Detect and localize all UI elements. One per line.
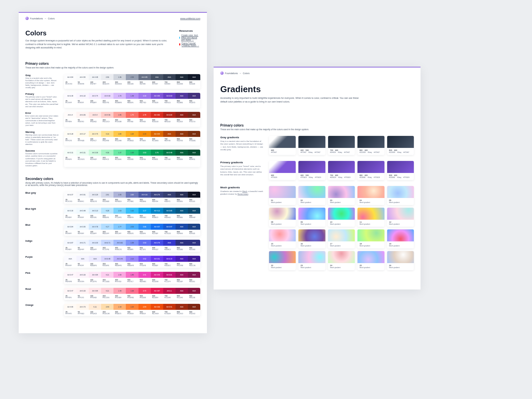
color-swatch[interactable]: AAA 900#42307D (188, 93, 200, 108)
color-swatch[interactable]: AA 5.4 100#FEE4E2 (89, 112, 101, 127)
color-swatch[interactable]: AAA 900#851651 (188, 272, 200, 284)
color-swatch[interactable]: AA 6.07 25#FCFCFD (64, 192, 76, 204)
color-swatch[interactable]: 1.84 300#FEC84B (113, 131, 126, 146)
color-swatch[interactable]: 1.95 300#FDA29B (113, 112, 126, 127)
color-swatch[interactable]: 1.68 400#32D583 (126, 150, 138, 167)
gradient-card[interactable]: 600500 #7F56D990deg#7F56D9 (298, 161, 325, 180)
color-swatch[interactable]: AA 6.48 200#D9D6FE (101, 256, 113, 268)
color-swatch[interactable]: 2.58 400#98A1B3 (126, 74, 138, 89)
color-swatch[interactable]: AAA 50#F4F3FF (76, 256, 89, 268)
color-swatch[interactable]: AA 6.71 50#EEF4FF (76, 240, 89, 252)
color-swatch[interactable]: AAA 100#EBE9FE (89, 256, 101, 268)
color-swatch[interactable]: AAA 800#A11043 (176, 288, 188, 300)
color-swatch[interactable]: AA 6.00 100#E0EAFF (89, 240, 101, 252)
color-swatch[interactable]: AAA 800#53389E (176, 93, 188, 108)
color-swatch[interactable]: AA 5.28 25#FFFCF5 (64, 131, 76, 146)
color-swatch[interactable]: AA 4.48 100#F2F4F7 (89, 74, 101, 89)
color-swatch[interactable]: AAA 900#2D3282 (188, 240, 200, 252)
color-swatch[interactable]: AA 6.87 25#F5F8FF (64, 240, 76, 252)
color-swatch[interactable]: AAA 800#065986 (176, 208, 188, 220)
color-swatch[interactable]: 1.49 300#FEA3B4 (113, 288, 126, 300)
color-swatch[interactable]: 2.96 200#EAECF0 (101, 74, 113, 89)
color-swatch[interactable]: AA 4.57 600#1570EF (151, 224, 163, 236)
breadcrumb-root[interactable]: Foundations (30, 17, 43, 20)
color-swatch[interactable]: AA 5.47 25#FFF5F6 (64, 288, 76, 300)
color-swatch[interactable]: AA 5.31 25#F6FEF9 (64, 150, 76, 167)
color-swatch[interactable]: AAA 800#2D3282 (176, 240, 188, 252)
color-swatch[interactable]: AAA 900#0B4A6F (188, 208, 200, 220)
color-swatch[interactable]: AA 5.85 700#026AA2 (163, 208, 176, 220)
color-swatch[interactable]: AA 6.71 200#C7D7FE (101, 240, 113, 252)
color-swatch[interactable]: AA 5.61 700#C11574 (163, 272, 176, 284)
color-swatch[interactable]: 1.36 300#D0D5DD (113, 74, 126, 89)
mesh-gradient-card[interactable]: 09Mesh gradient (298, 208, 325, 227)
color-swatch[interactable]: 1.89 400#F670C7 (126, 272, 138, 284)
color-swatch[interactable]: AA 5.49 300#BDB4FE (113, 256, 126, 268)
color-swatch[interactable]: AA 4.84 100#FCE7F6 (89, 272, 101, 284)
color-swatch[interactable]: AAA 800#9C2A10 (176, 304, 188, 316)
color-swatch[interactable]: AA 4.95 600#7F56D9 (151, 93, 163, 108)
mesh-gradient-card[interactable]: 04Mesh gradient (357, 186, 384, 205)
color-swatch[interactable]: 1.53 300#7CD4FD (113, 208, 126, 220)
color-swatch[interactable]: AAA 800#293056 (176, 192, 188, 204)
color-swatch[interactable]: AA 4.50 50#F9FAFB (76, 74, 89, 89)
color-swatch[interactable]: AA 6.10 50#F9F5FF (76, 93, 89, 108)
color-swatch[interactable]: AA 4.84 25#FCFCFD (64, 74, 76, 89)
color-swatch[interactable]: AA 5.29 100#EAECF5 (89, 192, 101, 204)
resource-youtube-link[interactable]: Figma Tutorial: Creating Styles → (179, 42, 200, 47)
gradient-card[interactable]: 600 #7F56D9 (269, 161, 296, 180)
mesh-gradient-card[interactable]: 05Mesh gradient (387, 186, 414, 205)
color-swatch[interactable]: AAA 900#101323 (188, 192, 200, 204)
color-swatch[interactable]: AA 5.33 50#FFF1F3 (76, 288, 89, 300)
color-swatch[interactable]: AA 5.55 50#EFF8FF (76, 224, 89, 236)
color-swatch[interactable]: AA 4.95 500#667085 (139, 74, 151, 89)
color-swatch[interactable]: 1.64 400#FD853A (126, 304, 138, 316)
site-link[interactable]: www.untitledui.com (180, 17, 200, 20)
color-swatch[interactable]: AA 4.54 600#DC6803 (151, 131, 163, 146)
mesh-gradient-card[interactable]: 10Mesh gradient (328, 208, 355, 227)
gradient-card[interactable]: 700600 #34405445deg#475467 (328, 136, 355, 155)
color-swatch[interactable]: 1.43 300#FEB273 (113, 304, 126, 316)
gradient-card[interactable]: 800600 #53389E45deg#7F56D9 (357, 161, 384, 180)
color-swatch[interactable]: 2.81 200#D5D9EB (101, 192, 113, 204)
mesh-gradient-card[interactable]: 18Mesh gradient (357, 229, 384, 248)
breadcrumb-root[interactable]: Foundations (225, 72, 238, 74)
color-swatch[interactable]: AA 4.16 500#4E5BA6 (139, 192, 151, 204)
color-swatch[interactable]: AA 5.48 700#027A48 (163, 150, 176, 167)
color-swatch[interactable]: 3.53 500#6172F3 (139, 240, 151, 252)
color-swatch[interactable]: AA 4.75 100#FEF0C7 (89, 131, 101, 146)
color-swatch[interactable]: 2.60 400#717BBC (126, 192, 138, 204)
color-swatch[interactable]: 4.17 200#B2DDFF (101, 224, 113, 236)
color-swatch[interactable]: AA 5.47 25#FEF6FB (64, 272, 76, 284)
color-swatch[interactable]: 3.33 500#9E77ED (139, 93, 151, 108)
color-swatch[interactable]: 3.66 500#2E90FA (139, 224, 151, 236)
color-swatch[interactable]: AAA 25#FAFAFF (64, 256, 76, 268)
gradient-card[interactable]: 600 #475467 (269, 136, 296, 155)
color-swatch[interactable]: 1.64 400#FDB022 (126, 131, 138, 146)
color-swatch[interactable]: AA 5.33 50#FDF2FA (76, 272, 89, 284)
color-swatch[interactable]: AA 5.74 100#F4EBFF (89, 93, 101, 108)
color-swatch[interactable]: AAA 900#7E2410 (188, 304, 200, 316)
mesh-gradient-card[interactable]: 12Mesh gradient (387, 208, 414, 227)
color-swatch[interactable]: 4.36 200#A6F4C5 (101, 150, 113, 167)
color-swatch[interactable]: AAA 800#05603A (176, 150, 188, 167)
color-swatch[interactable]: AA 5.30 25#F5FBFF (64, 208, 76, 220)
color-swatch[interactable]: 1.77 300#84CAFF (113, 224, 126, 236)
color-swatch[interactable]: AA 5.48 50#F0F9FF (76, 208, 89, 220)
mesh-gradient-card[interactable]: 03Mesh gradient (328, 186, 355, 205)
gradient-card[interactable]: 600500 #47546790deg#475467 (298, 136, 325, 155)
color-swatch[interactable]: 2.34 500#F79009 (139, 131, 151, 146)
color-swatch[interactable]: 2.78 500#F04438 (139, 112, 151, 127)
color-swatch[interactable]: AA 6.4 25#FFFBFA (64, 112, 76, 127)
color-swatch[interactable]: 3.76 600#039855 (151, 150, 163, 167)
color-swatch[interactable]: 1.58 400#8098F9 (126, 240, 138, 252)
color-swatch[interactable]: 1.48 400#B692F6 (126, 93, 138, 108)
color-swatch[interactable]: AAA 900#3E1C96 (188, 256, 200, 268)
color-swatch[interactable]: AA 6.76 600#3E4784 (151, 192, 163, 204)
color-swatch[interactable]: 4.21 200#FECDD6 (101, 288, 113, 300)
mesh-gradient-card[interactable]: 16Mesh gradient (298, 229, 325, 248)
color-swatch[interactable]: AA 5.84 25#F5FAFF (64, 224, 76, 236)
color-swatch[interactable]: AA 6.60 700#B42318 (163, 112, 176, 127)
color-swatch[interactable]: AAA 900#7A2E0E (188, 131, 200, 146)
resource-figma-link[interactable]: Create color, text, effect and layout gr… (179, 34, 200, 41)
